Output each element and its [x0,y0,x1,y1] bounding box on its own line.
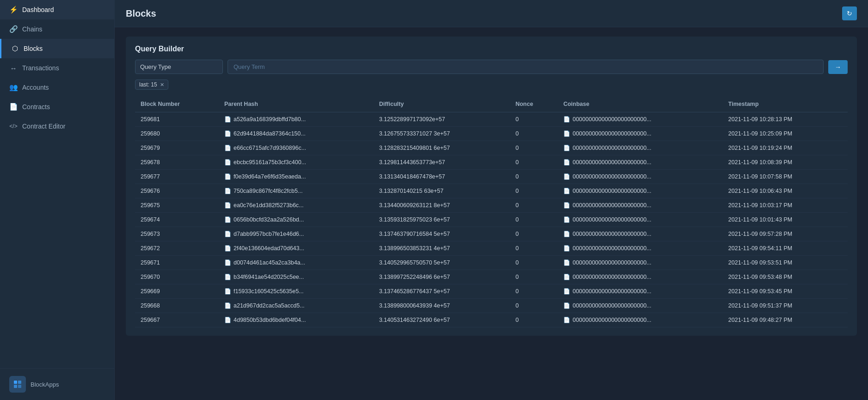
doc-icon: 📄 [224,317,231,323]
doc-icon: 📄 [224,216,231,223]
sidebar-item-label: Contract Editor [22,123,65,130]
sidebar-item-chains[interactable]: 🔗 Chains [0,19,114,39]
cell-block-number: 259672 [135,241,219,256]
header-refresh-button[interactable]: ↻ [842,6,857,20]
doc-icon: 📄 [224,245,231,252]
doc-icon: 📄 [563,145,570,151]
col-block-number: Block Number [135,96,219,112]
doc-icon: 📄 [224,116,231,123]
cell-difficulty: 3.135931825975023 6e+57 [374,213,510,227]
cell-nonce: 0 [510,141,558,155]
sidebar-item-accounts[interactable]: 👥 Accounts [0,78,114,97]
cell-coinbase: 📄00000000000000000000000... [558,299,723,313]
cell-coinbase: 📄00000000000000000000000... [558,112,723,127]
col-coinbase: Coinbase [558,96,723,112]
col-difficulty: Difficulty [374,96,510,112]
cell-block-number: 259673 [135,227,219,241]
cell-coinbase: 📄00000000000000000000000... [558,227,723,241]
cell-nonce: 0 [510,112,558,127]
query-builder-title: Query Builder [135,45,848,53]
cell-coinbase: 📄00000000000000000000000... [558,155,723,170]
cell-timestamp: 2021-11-09 10:19:24 PM [723,141,848,155]
cell-block-number: 259668 [135,299,219,313]
query-submit-button[interactable]: → [828,60,848,74]
cell-block-number: 259678 [135,155,219,170]
table-row[interactable]: 259669 📄f15933c1605425c5635e5... 3.13746… [135,284,848,299]
query-row: Query Type Block Number Parent Hash Coin… [135,60,848,74]
sidebar-item-label: Transactions [22,64,59,72]
table-row[interactable]: 259668 📄a21d967dd2cac5a5accd5... 3.13899… [135,299,848,313]
doc-icon: 📄 [224,188,231,194]
cell-timestamp: 2021-11-09 10:25:09 PM [723,127,848,141]
doc-icon: 📄 [563,173,570,180]
sidebar: ⚡ Dashboard 🔗 Chains ⬡ Blocks ↔ Transact… [0,0,115,400]
cell-timestamp: 2021-11-09 10:07:58 PM [723,170,848,184]
sidebar-item-contracts[interactable]: 📄 Contracts [0,97,114,117]
cell-nonce: 0 [510,155,558,170]
main-content: Blocks ↻ Query Builder Query Type Block … [115,0,868,400]
doc-icon: 📄 [224,302,231,309]
cell-coinbase: 📄00000000000000000000000... [558,198,723,213]
table-row[interactable]: 259677 📄f0e39d64a7e6f6d35eaeda... 3.1313… [135,170,848,184]
cell-difficulty: 3.138998000643939 4e+57 [374,299,510,313]
doc-icon: 📄 [563,259,570,266]
transactions-icon: ↔ [9,64,18,72]
brand-name: BlockApps [31,381,59,388]
cell-block-number: 259670 [135,270,219,284]
cell-block-number: 259675 [135,198,219,213]
sidebar-item-dashboard[interactable]: ⚡ Dashboard [0,0,114,19]
cell-block-number: 259671 [135,256,219,270]
cell-nonce: 0 [510,313,558,327]
query-term-input[interactable] [228,60,824,74]
svg-rect-0 [14,381,17,384]
cell-parent-hash: 📄e66cc6715afc7d9360896c... [219,141,374,155]
cell-block-number: 259676 [135,184,219,198]
doc-icon: 📄 [224,202,231,209]
cell-difficulty: 3.134400609263121 8e+57 [374,198,510,213]
sidebar-item-transactions[interactable]: ↔ Transactions [0,58,114,78]
table-row[interactable]: 259674 📄0656b0bcfd32aa2a526bd... 3.13593… [135,213,848,227]
table-row[interactable]: 259671 📄d0074d461ac45a2ca3b4a... 3.14052… [135,256,848,270]
cell-parent-hash: 📄ea0c76e1dd382f5273b6c... [219,198,374,213]
blocks-table: Block Number Parent Hash Difficulty Nonc… [135,96,848,327]
table-row[interactable]: 259675 📄ea0c76e1dd382f5273b6c... 3.13440… [135,198,848,213]
cell-coinbase: 📄00000000000000000000000... [558,127,723,141]
doc-icon: 📄 [563,317,570,323]
cell-timestamp: 2021-11-09 10:01:43 PM [723,213,848,227]
table-row[interactable]: 259670 📄b34f6941ae54d2025c5ee... 3.13899… [135,270,848,284]
accounts-icon: 👥 [9,83,18,92]
contracts-icon: 📄 [9,103,18,111]
sidebar-item-label: Chains [22,25,43,33]
cell-timestamp: 2021-11-09 09:57:28 PM [723,227,848,241]
cell-coinbase: 📄00000000000000000000000... [558,284,723,299]
cell-block-number: 259677 [135,170,219,184]
content-area: Query Builder Query Type Block Number Pa… [115,27,868,400]
chains-icon: 🔗 [9,25,18,33]
table-row[interactable]: 259667 📄4d9850b53dbd6bdef04f04... 3.1405… [135,313,848,327]
cell-difficulty: 3.131340418467478e+57 [374,170,510,184]
cell-difficulty: 3.125228997173092e+57 [374,112,510,127]
cell-difficulty: 3.137465286776437 5e+57 [374,284,510,299]
table-row[interactable]: 259681 📄a526a9a168399dbffd7b80... 3.1252… [135,112,848,127]
sidebar-item-contract-editor[interactable]: </> Contract Editor [0,117,114,136]
cell-nonce: 0 [510,227,558,241]
doc-icon: 📄 [224,173,231,180]
table-row[interactable]: 259679 📄e66cc6715afc7d9360896c... 3.1282… [135,141,848,155]
cell-block-number: 259667 [135,313,219,327]
cell-parent-hash: 📄4d9850b53dbd6bdef04f04... [219,313,374,327]
table-row[interactable]: 259676 📄750ca89c867fc4f8c2fcb5... 3.1328… [135,184,848,198]
table-row[interactable]: 259672 📄2f40e136604edad70d643... 3.13899… [135,241,848,256]
cell-block-number: 259669 [135,284,219,299]
table-row[interactable]: 259680 📄62d9441884da87364c150... 3.12675… [135,127,848,141]
blocks-icon: ⬡ [11,44,19,53]
tag-close-button[interactable]: ✕ [160,82,164,88]
doc-icon: 📄 [563,231,570,237]
cell-nonce: 0 [510,256,558,270]
table-row[interactable]: 259673 📄d7abb9957bcb7fe1e46d6... 3.13746… [135,227,848,241]
cell-timestamp: 2021-11-09 10:06:43 PM [723,184,848,198]
sidebar-item-blocks[interactable]: ⬡ Blocks [0,39,114,58]
cell-coinbase: 📄00000000000000000000000... [558,256,723,270]
table-row[interactable]: 259678 📄ebcbc95161a75b3cf3c400... 3.1298… [135,155,848,170]
cell-timestamp: 2021-11-09 09:51:37 PM [723,299,848,313]
query-type-select[interactable]: Query Type Block Number Parent Hash Coin… [135,60,223,74]
